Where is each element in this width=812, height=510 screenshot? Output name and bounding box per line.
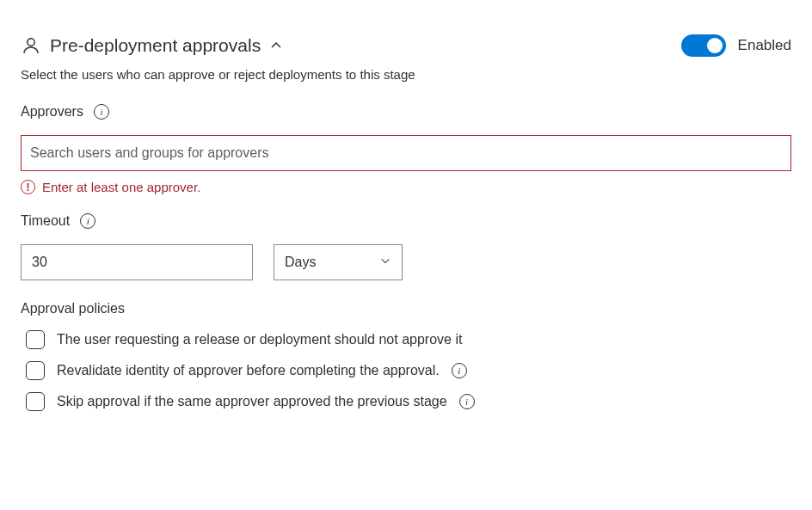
policy-checkbox[interactable]	[26, 330, 45, 349]
chevron-up-icon	[269, 39, 283, 52]
policy-text: Revalidate identity of approver before c…	[57, 363, 440, 378]
info-icon[interactable]: i	[452, 363, 467, 378]
policy-text: Skip approval if the same approver appro…	[57, 394, 447, 409]
timeout-unit-value: Days	[285, 255, 316, 270]
section-description: Select the users who can approve or reje…	[21, 67, 791, 82]
section-header[interactable]: Pre-deployment approvals	[21, 35, 283, 56]
policy-checkbox[interactable]	[26, 392, 45, 411]
timeout-label: Timeout	[21, 213, 70, 229]
approvers-label: Approvers	[21, 104, 83, 120]
error-message: Enter at least one approver.	[42, 180, 200, 194]
error-icon: !	[21, 180, 35, 194]
user-icon	[21, 35, 41, 56]
svg-point-0	[28, 39, 34, 46]
policy-text: The user requesting a release or deploym…	[57, 332, 462, 347]
info-icon[interactable]: i	[459, 394, 475, 409]
approvers-search-input[interactable]	[21, 135, 791, 171]
toggle-knob	[707, 38, 723, 53]
chevron-down-icon	[379, 255, 391, 270]
timeout-unit-select[interactable]: Days	[274, 244, 403, 280]
policy-checkbox[interactable]	[26, 361, 45, 380]
info-icon[interactable]: i	[80, 213, 95, 229]
policies-label: Approval policies	[21, 301, 791, 316]
enabled-toggle[interactable]	[681, 34, 726, 57]
timeout-value-input[interactable]	[21, 244, 253, 280]
section-title: Pre-deployment approvals	[50, 35, 261, 56]
info-icon[interactable]: i	[94, 104, 109, 120]
toggle-label: Enabled	[738, 37, 791, 54]
